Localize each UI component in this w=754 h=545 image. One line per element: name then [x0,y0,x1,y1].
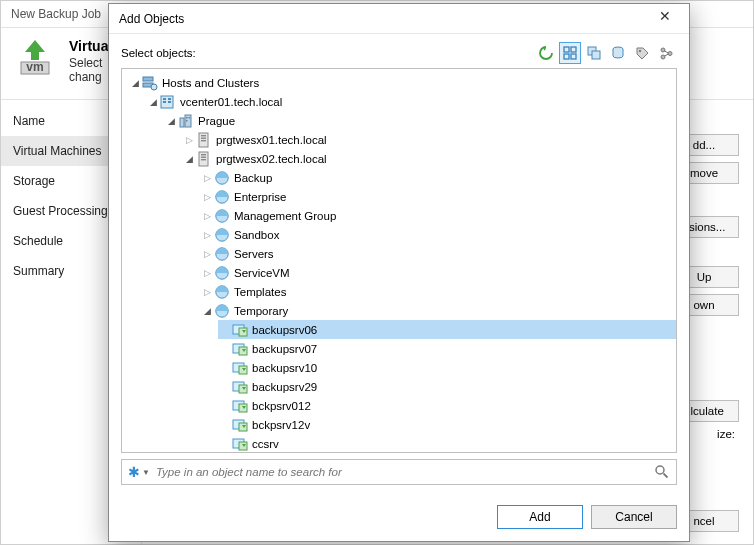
object-tree[interactable]: ◢Hosts and Clusters◢vcenter01.tech.local… [121,68,677,453]
tree-item-label: backupsrv10 [252,362,317,374]
view-vms-icon[interactable] [583,42,605,64]
tree-row[interactable]: ▷Backup [200,168,676,187]
tree-row[interactable]: backupsrv06 [218,320,676,339]
pool-icon [214,208,230,224]
tree-row[interactable]: bckpsrv12v [218,415,676,434]
tree-row[interactable]: ◢prgtwesx02.tech.local [182,149,676,168]
expand-icon[interactable]: ▷ [200,287,214,297]
expand-icon[interactable]: ▷ [182,135,196,145]
tree-row[interactable]: backupsrv29 [218,377,676,396]
tree-row[interactable]: ◢Hosts and Clusters [128,73,676,92]
collapse-icon[interactable]: ◢ [128,78,142,88]
tree-row[interactable]: ▷Servers [200,244,676,263]
tree-row[interactable]: ▷Sandbox [200,225,676,244]
wizard-vm-icon: vm [15,38,55,78]
tree-item-label: ServiceVM [234,267,290,279]
svg-text:vm: vm [26,60,43,74]
expand-icon[interactable]: ▷ [200,230,214,240]
tree-row[interactable]: ▷Management Group [200,206,676,225]
banner-line2: chang [69,70,102,84]
tree-item-label: backupsrv29 [252,381,317,393]
tree-item-label: backupsrv07 [252,343,317,355]
dialog-titlebar: Add Objects ✕ [109,4,689,34]
collapse-icon[interactable]: ◢ [182,154,196,164]
vm-icon [232,417,248,433]
pool-icon [214,189,230,205]
select-objects-label: Select objects: [121,47,196,59]
tree-row[interactable]: ▷Templates [200,282,676,301]
tree-row[interactable]: ▷prgtwesx01.tech.local [182,130,676,149]
tree-row[interactable]: ◢Prague [164,111,676,130]
total-size-label: ize: [717,428,735,440]
expand-icon[interactable]: ▷ [200,173,214,183]
view-datastores-icon[interactable] [607,42,629,64]
pool-icon [214,227,230,243]
collapse-icon[interactable]: ◢ [146,97,160,107]
tree-item-label: vcenter01.tech.local [180,96,282,108]
tree-row[interactable]: ▷Enterprise [200,187,676,206]
view-hierarchy-icon[interactable] [655,42,677,64]
pool-icon [214,303,230,319]
tree-item-label: prgtwesx02.tech.local [216,153,327,165]
vm-icon [232,360,248,376]
pool-icon [214,284,230,300]
expand-icon[interactable]: ▷ [200,211,214,221]
expand-icon[interactable]: ▷ [200,192,214,202]
tree-item-label: Templates [234,286,286,298]
tree-item-label: Hosts and Clusters [162,77,259,89]
tree-item-label: Temporary [234,305,288,317]
view-hosts-icon[interactable] [559,42,581,64]
tree-row[interactable]: backupsrv10 [218,358,676,377]
tree-item-label: Servers [234,248,274,260]
dialog-cancel-button[interactable]: Cancel [591,505,677,529]
view-tags-icon[interactable] [631,42,653,64]
tree-row[interactable]: ccsrv [218,434,676,453]
vm-icon [232,436,248,452]
vm-icon [232,398,248,414]
tree-item-label: ccsrv [252,438,279,450]
vcenter-icon [160,94,176,110]
vm-icon [232,341,248,357]
expand-icon[interactable]: ▷ [200,268,214,278]
pool-icon [214,265,230,281]
infra-icon [142,75,158,91]
dialog-add-button[interactable]: Add [497,505,583,529]
tree-item-label: backupsrv06 [252,324,317,336]
banner-line1: Select [69,56,102,70]
dialog-title: Add Objects [119,12,184,26]
banner-title: Virtual [69,38,112,54]
tree-row[interactable]: bckpsrv012 [218,396,676,415]
search-icon[interactable] [654,464,670,480]
tree-row[interactable]: backupsrv07 [218,339,676,358]
pool-icon [214,246,230,262]
tree-item-label: Enterprise [234,191,286,203]
tree-item-label: bckpsrv12v [252,419,310,431]
close-icon[interactable]: ✕ [651,8,679,30]
collapse-icon[interactable]: ◢ [164,116,178,126]
tree-item-label: prgtwesx01.tech.local [216,134,327,146]
tree-row[interactable]: ◢vcenter01.tech.local [146,92,676,111]
refresh-icon[interactable] [535,42,557,64]
tree-item-label: Backup [234,172,272,184]
add-objects-dialog: Add Objects ✕ Select objects: ◢Hosts and… [108,3,690,542]
datacenter-icon [178,113,194,129]
tree-row[interactable]: ▷ServiceVM [200,263,676,282]
tree-item-label: Sandbox [234,229,279,241]
search-bar[interactable]: ✱ ▼ [121,459,677,485]
host-icon [196,151,212,167]
tree-item-label: Management Group [234,210,336,222]
search-input[interactable] [156,466,654,478]
view-toolbar [535,42,677,64]
tree-item-label: Prague [198,115,235,127]
tree-item-label: bckpsrv012 [252,400,311,412]
search-star-icon: ✱ [128,464,140,480]
vm-icon [232,379,248,395]
search-dropdown-icon[interactable]: ▼ [142,468,150,477]
tree-row[interactable]: ◢Temporary [200,301,676,320]
vm-icon [232,322,248,338]
host-icon [196,132,212,148]
collapse-icon[interactable]: ◢ [200,306,214,316]
expand-icon[interactable]: ▷ [200,249,214,259]
pool-icon [214,170,230,186]
